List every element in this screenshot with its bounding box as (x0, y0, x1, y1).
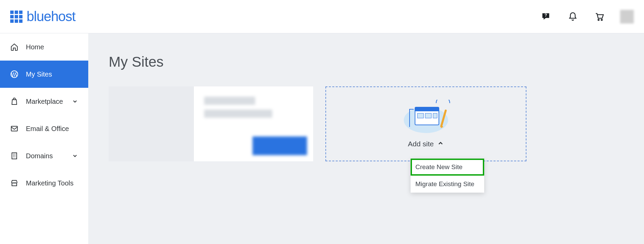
brand-text: bluehost (27, 9, 75, 24)
svg-rect-10 (425, 113, 431, 118)
site-name-placeholder (204, 97, 255, 105)
svg-rect-9 (417, 113, 424, 118)
svg-text:?: ? (545, 13, 547, 18)
sidebar-item-label: Marketing Tools (26, 179, 78, 187)
site-manage-button[interactable] (252, 136, 307, 155)
chevron-down-icon (72, 98, 78, 104)
bag-icon (10, 97, 18, 105)
sidebar-item-domains[interactable]: Domains (0, 142, 88, 169)
sidebar-item-marketplace[interactable]: Marketplace (0, 88, 88, 115)
cards-row: Add site Create New Site Migrate Existin… (109, 86, 624, 161)
sidebar-item-marketing-tools[interactable]: Marketing Tools (0, 169, 88, 197)
site-thumbnail (109, 86, 194, 161)
sidebar-item-label: Home (26, 43, 78, 51)
site-card-body (194, 86, 313, 161)
home-icon (10, 43, 18, 51)
header-actions: ? (540, 10, 634, 23)
logo[interactable]: bluehost (10, 9, 75, 24)
svg-rect-4 (11, 126, 17, 131)
svg-point-1 (598, 19, 599, 20)
add-site-card[interactable]: Add site Create New Site Migrate Existin… (325, 86, 526, 161)
sidebar-item-label: Email & Office (26, 125, 78, 133)
migrate-existing-site-option[interactable]: Migrate Existing Site (411, 176, 484, 193)
svg-point-2 (601, 19, 602, 20)
site-url-placeholder (204, 110, 272, 118)
create-new-site-option[interactable]: Create New Site (411, 159, 484, 176)
header: bluehost ? (0, 0, 644, 33)
sidebar-item-email-office[interactable]: Email & Office (0, 115, 88, 142)
sidebar: Home My Sites Marketplace Email & Office (0, 33, 88, 244)
mail-icon (10, 125, 18, 133)
sidebar-item-my-sites[interactable]: My Sites (0, 61, 88, 88)
sidebar-item-label: My Sites (26, 70, 78, 78)
avatar[interactable] (620, 10, 634, 23)
help-chat-icon[interactable]: ? (540, 11, 552, 22)
wordpress-icon (10, 70, 18, 78)
add-site-label-row: Add site (408, 140, 444, 148)
store-icon (10, 179, 18, 187)
svg-rect-8 (415, 107, 439, 111)
add-site-label: Add site (408, 140, 434, 148)
chevron-down-icon (72, 153, 78, 159)
site-card[interactable] (109, 86, 313, 161)
notifications-icon[interactable] (567, 11, 579, 22)
logo-grid-icon (10, 11, 22, 23)
add-site-dropdown: Create New Site Migrate Existing Site (411, 159, 484, 193)
sidebar-item-label: Marketplace (26, 98, 64, 105)
building-icon (10, 152, 18, 160)
chevron-up-icon (437, 140, 444, 148)
svg-rect-5 (12, 153, 17, 159)
main-content: My Sites (88, 33, 644, 244)
add-site-illustration-icon (399, 100, 453, 134)
sidebar-item-home[interactable]: Home (0, 33, 88, 61)
cart-icon[interactable] (594, 11, 605, 22)
sidebar-item-label: Domains (26, 152, 64, 160)
svg-rect-11 (433, 113, 437, 118)
page-title: My Sites (109, 54, 624, 70)
